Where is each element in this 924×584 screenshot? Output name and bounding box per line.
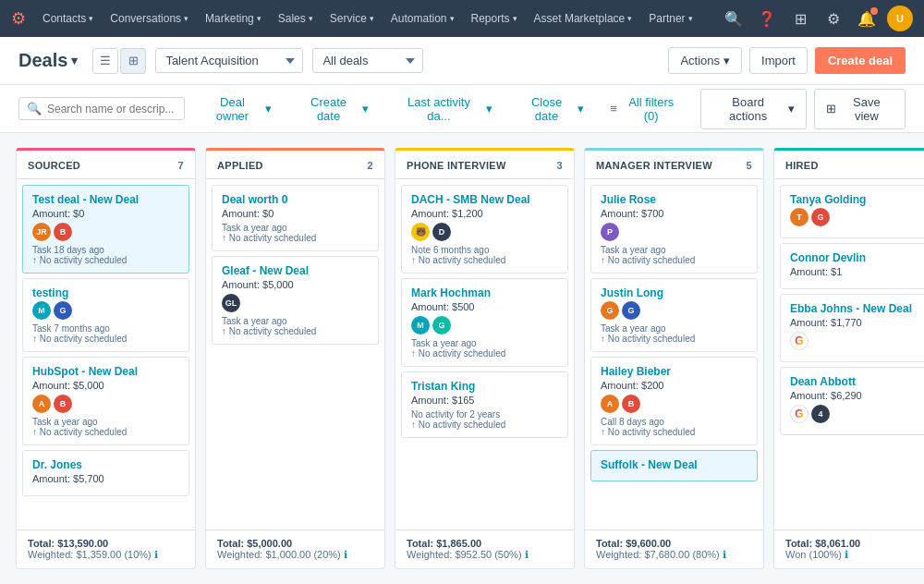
card-title[interactable]: Dr. Jones — [32, 458, 179, 471]
help-icon[interactable]: ❓ — [754, 6, 780, 31]
deal-card[interactable]: HubSpot - New Deal Amount: $5,000 AB Tas… — [22, 357, 189, 445]
card-amount: Amount: $5,000 — [222, 279, 369, 290]
deal-card[interactable]: Dr. Jones Amount: $5,700 — [22, 450, 189, 496]
info-icon[interactable]: ℹ — [845, 549, 848, 560]
column-manager: MANAGER INTERVIEW 5 Julie Rose Amount: $… — [584, 148, 764, 569]
card-title[interactable]: Gleaf - New Deal — [222, 264, 369, 277]
nav-automation[interactable]: Automation ▾ — [383, 0, 462, 37]
nav-marketing[interactable]: Marketing ▾ — [198, 0, 269, 37]
card-title[interactable]: Connor Devlin — [790, 251, 924, 264]
create-date-filter[interactable]: Create date ▾ — [289, 90, 377, 128]
card-amount: Amount: $1,200 — [411, 208, 558, 219]
card-meta: Task a year ago — [32, 417, 179, 427]
page-toolbar: Deals ▾ ☰ ⊞ Talent Acquisition All deals… — [0, 37, 924, 85]
card-title[interactable]: testing — [32, 286, 179, 299]
card-title[interactable]: Justin Long — [601, 286, 748, 299]
nav-conversations[interactable]: Conversations ▾ — [103, 0, 196, 37]
deal-card[interactable]: Connor Devlin Amount: $1 — [780, 243, 924, 289]
deal-card[interactable]: testing MG Task 7 months ago ↑ No activi… — [22, 278, 189, 352]
column-total: Total: $8,061.00 — [785, 538, 924, 549]
nav-service[interactable]: Service ▾ — [322, 0, 382, 37]
search-box[interactable]: 🔍 — [18, 97, 185, 120]
avatar: G — [790, 332, 808, 350]
card-amount: Amount: $165 — [411, 395, 558, 406]
create-deal-button[interactable]: Create deal — [815, 47, 906, 74]
pipeline-select[interactable]: Talent Acquisition — [155, 48, 303, 73]
list-view-button[interactable]: ☰ — [92, 48, 118, 74]
deal-card[interactable]: Justin Long GG Task a year ago ↑ No acti… — [590, 278, 758, 352]
all-filters-button[interactable]: ≡ All filters (0) — [602, 90, 690, 128]
nav-asset-marketplace[interactable]: Asset Marketplace ▾ — [527, 0, 640, 37]
card-amount: Amount: $700 — [601, 208, 748, 219]
deal-owner-filter[interactable]: Deal owner ▾ — [194, 90, 280, 128]
deal-card[interactable]: Tristan King Amount: $165 No activity fo… — [401, 371, 568, 438]
card-avatars: AB — [32, 395, 179, 413]
card-title[interactable]: Test deal - New Deal — [32, 193, 179, 206]
deal-card[interactable]: Deal worth 0 Amount: $0 Task a year ago … — [212, 185, 379, 251]
deals-filter-select[interactable]: All deals — [312, 48, 423, 73]
card-activity: ↑ No activity scheduled — [32, 255, 179, 265]
close-date-filter[interactable]: Close date ▾ — [510, 90, 592, 128]
info-icon[interactable]: ℹ — [344, 549, 347, 560]
import-button[interactable]: Import — [749, 47, 808, 74]
card-title[interactable]: Julie Rose — [601, 193, 748, 206]
card-avatars: AB — [601, 395, 748, 413]
user-avatar[interactable]: U — [887, 6, 913, 31]
card-amount: Amount: $500 — [411, 301, 558, 312]
deal-card[interactable]: Mark Hochman Amount: $500 MG Task a year… — [401, 278, 568, 367]
card-title[interactable]: Hailey Bieber — [601, 365, 748, 378]
hubspot-logo[interactable]: ⚙ — [11, 8, 26, 29]
notifications-icon[interactable]: 🔔 — [854, 6, 880, 31]
search-input[interactable] — [47, 103, 176, 116]
deal-card[interactable]: Hailey Bieber Amount: $200 AB Call 8 day… — [590, 357, 758, 445]
card-activity: ↑ No activity scheduled — [411, 420, 558, 430]
card-title[interactable]: Tanya Golding — [790, 193, 924, 206]
card-title[interactable]: Tristan King — [411, 380, 558, 393]
info-icon[interactable]: ℹ — [723, 549, 726, 560]
card-meta: Task 18 days ago — [32, 245, 179, 255]
deals-dropdown-icon[interactable]: ▾ — [71, 54, 78, 67]
card-amount: Amount: $1 — [790, 266, 924, 277]
search-icon[interactable]: 🔍 — [721, 6, 747, 31]
nav-reports[interactable]: Reports ▾ — [464, 0, 525, 37]
info-icon[interactable]: ℹ — [525, 549, 529, 560]
grid-view-button[interactable]: ⊞ — [120, 48, 146, 74]
card-avatars: MG — [411, 316, 558, 335]
nav-contacts[interactable]: Contacts ▾ — [35, 0, 101, 37]
column-weighted: Weighted: $1,359.00 (10%) ℹ — [28, 549, 184, 561]
column-total: Total: $9,600.00 — [596, 538, 752, 549]
deal-card[interactable]: Test deal - New Deal Amount: $0 JRB Task… — [22, 185, 189, 274]
card-title[interactable]: Dean Abbott — [790, 375, 924, 388]
card-title[interactable]: Ebba Johns - New Deal — [790, 302, 924, 315]
column-cards-hired: Tanya Golding TG Connor Devlin Amount: $… — [774, 179, 924, 529]
apps-icon[interactable]: ⊞ — [787, 6, 813, 31]
deal-card[interactable]: Ebba Johns - New Deal Amount: $1,770 G — [780, 294, 924, 362]
actions-button[interactable]: Actions ▾ — [668, 47, 742, 74]
deal-card[interactable]: DACH - SMB New Deal Amount: $1,200 🐻D No… — [401, 185, 568, 274]
save-view-button[interactable]: ⊞ Save view — [814, 89, 906, 129]
deal-card[interactable]: Gleaf - New Deal Amount: $5,000 GL Task … — [212, 256, 379, 345]
deal-card[interactable]: Julie Rose Amount: $700 P Task a year ag… — [590, 185, 758, 274]
nav-partner[interactable]: Partner ▾ — [641, 0, 699, 37]
card-amount: Amount: $1,770 — [790, 317, 924, 328]
card-title[interactable]: Deal worth 0 — [222, 193, 369, 206]
info-icon[interactable]: ℹ — [154, 549, 158, 560]
deal-card[interactable]: Dean Abbott Amount: $6,290 G4 — [780, 367, 924, 435]
board-actions-button[interactable]: Board actions ▾ — [700, 89, 807, 129]
settings-icon[interactable]: ⚙ — [821, 6, 846, 31]
last-activity-filter[interactable]: Last activity da... ▾ — [386, 90, 501, 128]
card-activity: ↑ No activity scheduled — [32, 334, 179, 344]
card-meta: Task a year ago — [601, 323, 748, 334]
card-title[interactable]: HubSpot - New Deal — [32, 365, 179, 378]
card-title[interactable]: Mark Hochman — [411, 286, 558, 299]
card-avatars: GG — [601, 301, 748, 320]
deal-card[interactable]: Suffolk - New Deal — [590, 450, 758, 481]
card-title[interactable]: DACH - SMB New Deal — [411, 193, 558, 206]
column-phone: PHONE INTERVIEW 3 DACH - SMB New Deal Am… — [395, 148, 575, 569]
card-title[interactable]: Suffolk - New Deal — [601, 458, 748, 471]
avatar: B — [622, 395, 640, 413]
kanban-board: SOURCED 7 Test deal - New Deal Amount: $… — [0, 133, 924, 584]
deal-card[interactable]: Tanya Golding TG — [780, 185, 924, 238]
filter-bar: 🔍 Deal owner ▾ Create date ▾ Last activi… — [0, 85, 924, 133]
nav-sales[interactable]: Sales ▾ — [271, 0, 321, 37]
